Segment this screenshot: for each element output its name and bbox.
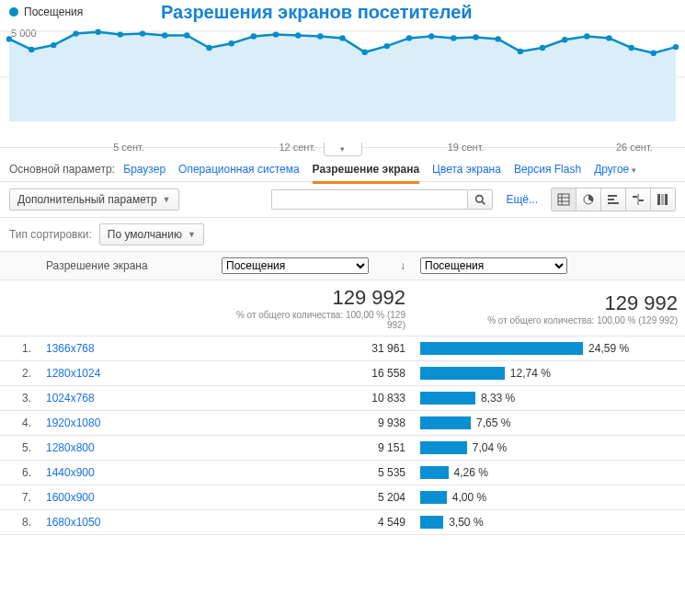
tab-операционная-система[interactable]: Операционная система	[178, 163, 300, 176]
chart-svg	[0, 13, 685, 123]
resolution-link[interactable]: 1280x1024	[46, 367, 100, 380]
view-pie-button[interactable]	[577, 188, 601, 211]
resolution-link[interactable]: 1920x1080	[46, 416, 100, 429]
resolution-link[interactable]: 1280x800	[46, 441, 95, 454]
pct-bar	[420, 466, 449, 479]
caret-down-icon: ▼	[163, 195, 171, 204]
controls-row: Дополнительный параметр ▼ Ещё...	[0, 181, 685, 218]
sort-row: Тип сортировки: По умолчанию ▼	[0, 218, 685, 251]
line-chart: Посещения Разрешения экранов посетителей…	[0, 0, 685, 148]
svg-rect-47	[661, 194, 664, 205]
sort-value: По умолчанию	[108, 228, 182, 241]
svg-point-2	[6, 36, 12, 41]
pct-bar	[420, 441, 467, 454]
svg-point-27	[562, 37, 567, 42]
pct-bar	[420, 491, 447, 504]
row-index: 8.	[0, 510, 39, 535]
row-index: 7.	[0, 485, 39, 510]
svg-point-17	[339, 35, 345, 40]
sort-type-button[interactable]: По умолчанию ▼	[99, 223, 204, 245]
svg-rect-46	[657, 194, 660, 205]
pct-bar	[420, 416, 471, 429]
pct-bar	[420, 392, 475, 405]
magnifier-icon	[474, 194, 486, 206]
svg-rect-44	[633, 196, 637, 198]
table-row: 2.1280x102416 55812,74 %	[0, 361, 685, 386]
view-toggle-group	[551, 188, 676, 211]
col-visits-header[interactable]: Посещения ↓	[214, 252, 413, 280]
row-index: 3.	[0, 386, 39, 411]
svg-point-33	[476, 195, 483, 201]
svg-point-20	[406, 35, 412, 40]
visits-total: 129 992	[222, 286, 405, 310]
svg-point-9	[162, 32, 167, 38]
svg-point-4	[51, 42, 56, 48]
svg-point-26	[540, 45, 545, 51]
pct-bar	[420, 342, 583, 355]
pct-metric-select[interactable]: Посещения	[420, 257, 567, 274]
svg-point-13	[251, 33, 257, 39]
compare-icon	[632, 193, 645, 206]
pct-label: 7,65 %	[476, 416, 510, 429]
search-input[interactable]	[271, 189, 467, 210]
x-tick: 19 сент.	[448, 142, 485, 153]
view-comparison-button[interactable]	[626, 188, 651, 211]
tab-версия-flash[interactable]: Версия Flash	[514, 163, 581, 176]
pct-total-sub: % от общего количества: 100,00 % (129 99…	[420, 315, 678, 325]
visits-metric-select[interactable]: Посещения	[222, 257, 369, 274]
chart-collapse-handle[interactable]: ▾	[324, 143, 362, 156]
tab-другое[interactable]: Другое ▾	[594, 163, 636, 176]
view-table-button[interactable]	[552, 188, 577, 211]
svg-rect-45	[639, 200, 644, 201]
resolution-link[interactable]: 1024x768	[46, 392, 95, 405]
svg-point-5	[73, 30, 78, 36]
pct-label: 4,00 %	[452, 491, 486, 504]
row-visits: 5 535	[214, 461, 413, 485]
view-pivot-button[interactable]	[651, 188, 675, 211]
table-icon	[557, 193, 570, 206]
sort-desc-icon[interactable]: ↓	[400, 259, 405, 272]
table-row: 7.1600x9005 2044,00 %	[0, 485, 685, 510]
svg-rect-35	[558, 194, 569, 205]
svg-point-14	[273, 31, 279, 37]
svg-point-21	[428, 33, 434, 39]
col-pct-header[interactable]: Посещения	[413, 252, 685, 280]
resolution-link[interactable]: 1680x1050	[46, 516, 100, 529]
svg-point-31	[651, 51, 656, 56]
table-row: 3.1024x76810 8338,33 %	[0, 386, 685, 411]
svg-point-12	[229, 40, 234, 46]
search-button[interactable]	[467, 189, 493, 210]
svg-point-24	[496, 36, 501, 41]
col-resolution-header[interactable]: Разрешение экрана	[39, 252, 214, 280]
svg-line-34	[482, 201, 485, 204]
x-tick: 26 сент.	[616, 142, 653, 153]
tab-цвета-экрана[interactable]: Цвета экрана	[432, 163, 501, 176]
x-tick: 12 сент.	[279, 142, 315, 153]
advanced-link[interactable]: Ещё...	[506, 193, 538, 206]
svg-rect-48	[665, 194, 668, 205]
table-row: 1.1366x76831 96124,59 %	[0, 337, 685, 361]
table-row: 8.1680x10504 5493,50 %	[0, 510, 685, 535]
resolution-link[interactable]: 1600x900	[46, 491, 95, 504]
resolution-link[interactable]: 1366x768	[46, 342, 95, 355]
row-visits: 9 938	[214, 411, 413, 436]
secondary-dimension-label: Дополнительный параметр	[17, 193, 157, 206]
row-index: 6.	[0, 461, 39, 485]
pct-bar	[420, 516, 443, 529]
table-row: 6.1440x9005 5354,26 %	[0, 461, 685, 485]
col-index-header	[0, 252, 39, 280]
svg-point-10	[184, 32, 189, 38]
tab-разрешение-экрана[interactable]: Разрешение экрана	[313, 163, 420, 184]
row-index: 4.	[0, 411, 39, 436]
data-table: Разрешение экрана Посещения ↓ Посещения	[0, 251, 685, 535]
row-visits: 16 558	[214, 361, 413, 386]
pct-total: 129 992	[420, 291, 678, 315]
svg-point-32	[673, 44, 679, 50]
row-index: 1.	[0, 337, 39, 361]
svg-rect-41	[608, 199, 614, 200]
view-performance-button[interactable]	[601, 188, 626, 211]
secondary-dimension-button[interactable]: Дополнительный параметр ▼	[9, 188, 179, 211]
row-visits: 9 151	[214, 436, 413, 461]
resolution-link[interactable]: 1440x900	[46, 466, 95, 479]
tab-браузер[interactable]: Браузер	[123, 163, 166, 176]
